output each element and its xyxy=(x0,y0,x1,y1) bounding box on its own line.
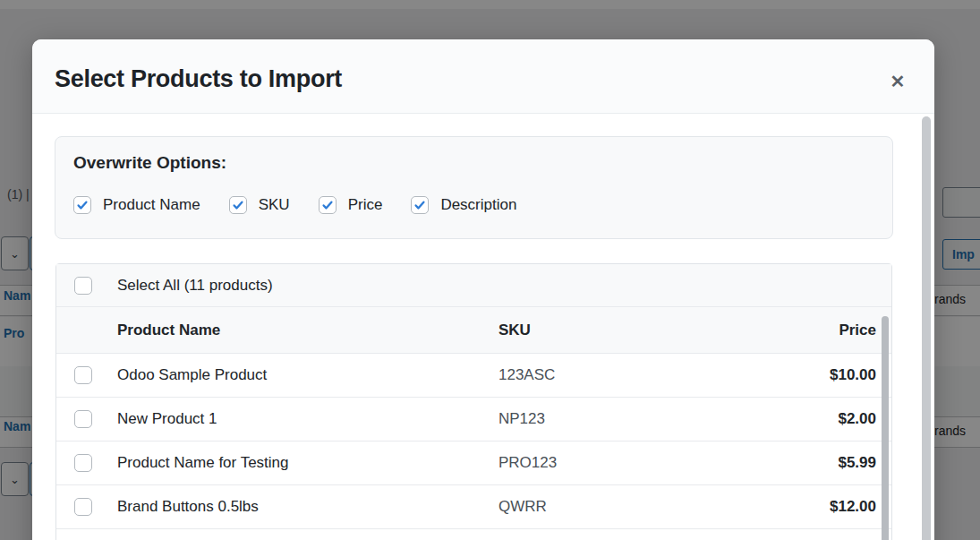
product-name: New Product 1 xyxy=(117,410,481,428)
overwrite-option-sku[interactable]: SKU xyxy=(229,196,290,214)
products-table: Select All (11 products) Product Name SK… xyxy=(55,263,892,540)
column-header-product-name: Product Name xyxy=(117,321,481,339)
row-checkbox[interactable] xyxy=(74,410,92,428)
screen: (1) | Nam Pro Nam rands rands ⌄ ⌄ Imp Se… xyxy=(0,0,980,540)
checkbox-icon[interactable] xyxy=(229,196,247,214)
table-header-row: Product Name SKU Price xyxy=(56,307,891,354)
select-all-checkbox[interactable] xyxy=(74,277,92,295)
option-label[interactable]: Price xyxy=(348,196,383,214)
select-all-label[interactable]: Select All (11 products) xyxy=(117,277,273,295)
row-checkbox[interactable] xyxy=(74,498,92,516)
option-label[interactable]: Description xyxy=(440,196,516,214)
select-products-modal: Select Products to Import ✕ Overwrite Op… xyxy=(32,39,934,540)
row-checkbox[interactable] xyxy=(74,454,92,472)
table-row: Brand Buttons 0.5lbs QWRR $12.00 xyxy=(56,485,891,529)
column-header-sku: SKU xyxy=(481,321,839,339)
close-icon[interactable]: ✕ xyxy=(884,68,911,95)
option-label[interactable]: SKU xyxy=(259,196,290,214)
overwrite-option-description[interactable]: Description xyxy=(411,196,516,214)
checkbox-icon[interactable] xyxy=(319,196,337,214)
select-all-row: Select All (11 products) xyxy=(56,264,891,307)
product-sku: PRO123 xyxy=(481,454,838,472)
table-row: Odoo Sample Product 123ASC $10.00 xyxy=(56,354,891,398)
modal-body: Overwrite Options: Product Name SKU Pric… xyxy=(32,114,934,540)
modal-title: Select Products to Import xyxy=(55,65,342,93)
overwrite-option-price[interactable]: Price xyxy=(319,196,383,214)
product-sku: NP123 xyxy=(481,410,838,428)
table-scrollbar[interactable] xyxy=(882,316,889,540)
product-sku: 123ASC xyxy=(481,366,830,384)
modal-scrollbar[interactable] xyxy=(922,116,931,540)
overwrite-options-row: Product Name SKU Price Description xyxy=(73,196,874,214)
overwrite-option-product-name[interactable]: Product Name xyxy=(73,196,200,214)
checkbox-icon[interactable] xyxy=(73,196,91,214)
checkbox-icon[interactable] xyxy=(411,196,429,214)
product-name: Odoo Sample Product xyxy=(117,366,481,384)
product-name: Product Name for Testing xyxy=(117,454,481,472)
overwrite-options-box: Overwrite Options: Product Name SKU Pric… xyxy=(55,136,893,239)
option-label[interactable]: Product Name xyxy=(103,196,200,214)
overwrite-options-heading: Overwrite Options: xyxy=(73,153,874,173)
modal-header: Select Products to Import ✕ xyxy=(32,39,934,114)
product-name: Brand Buttons 0.5lbs xyxy=(117,498,481,516)
table-row: New Product 1 NP123 $2.00 xyxy=(56,398,891,441)
table-row: Product Name for Testing PRO123 $5.99 xyxy=(56,441,891,485)
table-row xyxy=(56,529,891,540)
row-checkbox[interactable] xyxy=(74,366,92,384)
product-sku: QWRR xyxy=(481,498,830,516)
